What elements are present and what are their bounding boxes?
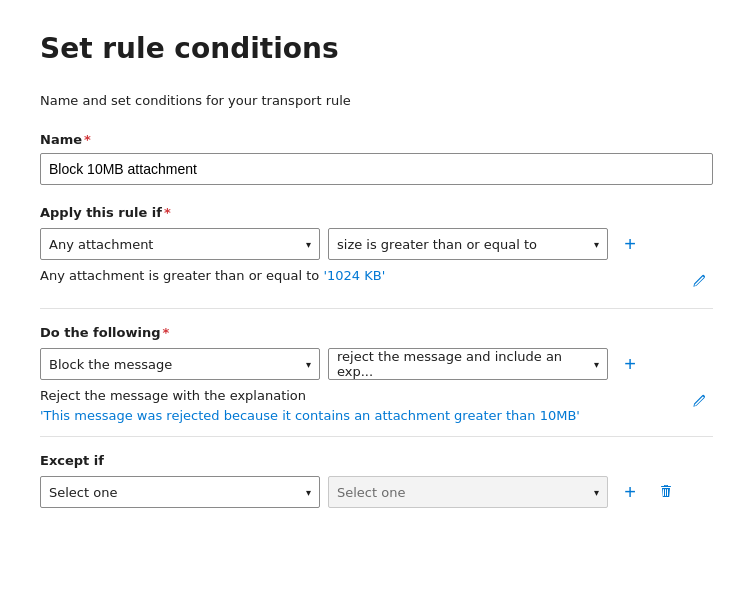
except-if-label: Except if	[40, 453, 713, 468]
do-following-dropdown-row: Block the message ▾ reject the message a…	[40, 348, 713, 380]
apply-rule-add-button[interactable]: +	[616, 230, 644, 258]
apply-rule-required-indicator: *	[164, 205, 171, 220]
reject-link[interactable]: 'This message was rejected because it co…	[40, 408, 580, 423]
do-following-section: Do the following* Block the message ▾ re…	[40, 325, 713, 424]
name-input[interactable]	[40, 153, 713, 185]
apply-rule-dropdown-left-value: Any attachment	[49, 237, 153, 252]
apply-rule-dropdown-row: Any attachment ▾ size is greater than or…	[40, 228, 713, 260]
page-subtitle: Name and set conditions for your transpo…	[40, 93, 713, 108]
do-following-dropdown-right[interactable]: reject the message and include an exp...…	[328, 348, 608, 380]
apply-rule-label: Apply this rule if*	[40, 205, 713, 220]
except-if-dropdown-left-value: Select one	[49, 485, 117, 500]
reject-label-text: Reject the message with the explanation	[40, 388, 580, 403]
apply-rule-info-link[interactable]: '1024 KB'	[323, 268, 385, 283]
except-if-dropdown-left[interactable]: Select one ▾	[40, 476, 320, 508]
apply-rule-dropdown-right-value: size is greater than or equal to	[337, 237, 537, 252]
do-following-add-button[interactable]: +	[616, 350, 644, 378]
do-following-label: Do the following*	[40, 325, 713, 340]
do-following-edit-icon	[691, 394, 707, 410]
trash-icon	[658, 484, 674, 500]
apply-rule-dropdown-right-chevron: ▾	[594, 239, 599, 250]
do-following-info-block: Reject the message with the explanation …	[40, 388, 580, 424]
apply-rule-dropdown-left[interactable]: Any attachment ▾	[40, 228, 320, 260]
do-following-dropdown-right-chevron: ▾	[594, 359, 599, 370]
edit-icon	[691, 274, 707, 290]
except-if-dropdown-right: Select one ▾	[328, 476, 608, 508]
except-if-dropdown-right-chevron: ▾	[594, 487, 599, 498]
except-if-add-button[interactable]: +	[616, 478, 644, 506]
do-following-dropdown-left-value: Block the message	[49, 357, 172, 372]
do-following-dropdown-left-chevron: ▾	[306, 359, 311, 370]
apply-rule-dropdown-right[interactable]: size is greater than or equal to ▾	[328, 228, 608, 260]
name-required-indicator: *	[84, 132, 91, 147]
divider-2	[40, 436, 713, 437]
apply-rule-info-text: Any attachment is greater than or equal …	[40, 268, 385, 283]
do-following-dropdown-right-value: reject the message and include an exp...	[337, 349, 590, 379]
divider-1	[40, 308, 713, 309]
except-if-dropdown-right-value: Select one	[337, 485, 405, 500]
do-following-edit-button[interactable]	[685, 388, 713, 416]
apply-rule-dropdown-left-chevron: ▾	[306, 239, 311, 250]
except-if-trash-button[interactable]	[652, 478, 680, 506]
name-field-section: Name*	[40, 132, 713, 205]
apply-rule-section: Apply this rule if* Any attachment ▾ siz…	[40, 205, 713, 296]
do-following-required-indicator: *	[163, 325, 170, 340]
except-if-dropdown-row: Select one ▾ Select one ▾ +	[40, 476, 713, 508]
name-label: Name*	[40, 132, 713, 147]
except-if-section: Except if Select one ▾ Select one ▾ +	[40, 453, 713, 508]
page-title: Set rule conditions	[40, 32, 713, 65]
apply-rule-edit-button[interactable]	[685, 268, 713, 296]
do-following-dropdown-left[interactable]: Block the message ▾	[40, 348, 320, 380]
except-if-dropdown-left-chevron: ▾	[306, 487, 311, 498]
apply-rule-info-row: Any attachment is greater than or equal …	[40, 268, 713, 296]
do-following-info-row: Reject the message with the explanation …	[40, 388, 713, 424]
